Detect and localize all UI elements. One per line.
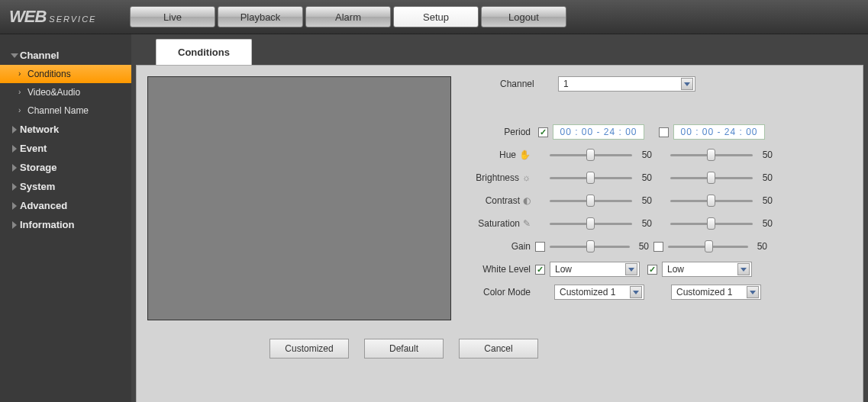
- chevron-right-icon: ›: [18, 72, 23, 76]
- brightness-label: Brightness: [476, 172, 519, 183]
- button-row: Customized Default Cancel: [269, 339, 852, 359]
- hue-a-value: 50: [635, 150, 652, 160]
- gain-a-checkbox[interactable]: [535, 242, 545, 252]
- brightness-a-value: 50: [635, 172, 652, 183]
- channel-value: 1: [563, 79, 569, 89]
- whitelevel-b-checkbox[interactable]: [647, 265, 657, 275]
- nav-alarm[interactable]: Alarm: [305, 6, 391, 27]
- brightness-a-slider[interactable]: [550, 171, 632, 185]
- whitelevel-a-checkbox[interactable]: [535, 265, 545, 275]
- hue-icon: ✋: [519, 150, 531, 160]
- saturation-b-slider[interactable]: [670, 217, 753, 230]
- channel-select[interactable]: 1: [558, 76, 695, 92]
- chevron-down-icon: [630, 286, 642, 298]
- side-group-advanced[interactable]: Advanced: [0, 196, 131, 215]
- chevron-right-icon: ›: [18, 108, 23, 113]
- cancel-button[interactable]: Cancel: [459, 339, 538, 359]
- tab-row: Conditions: [136, 39, 863, 65]
- period-b-checkbox[interactable]: [659, 127, 669, 137]
- default-button[interactable]: Default: [364, 339, 444, 359]
- contrast-icon: ◐: [523, 195, 531, 206]
- period-b-input[interactable]: 00 : 00 - 24 : 00: [673, 124, 765, 140]
- header: WEBSERVICE LivePlaybackAlarmSetupLogout: [0, 0, 868, 34]
- side-group-label: Advanced: [20, 200, 67, 211]
- side-group-label: Information: [20, 219, 75, 230]
- period-a-input[interactable]: 00 : 00 - 24 : 00: [553, 124, 644, 140]
- brightness-b-value: 50: [756, 172, 773, 183]
- gain-a-slider[interactable]: [550, 240, 630, 253]
- gain-b-slider[interactable]: [668, 240, 748, 253]
- nav-live[interactable]: Live: [130, 6, 215, 27]
- chevron-down-icon: [737, 263, 750, 275]
- saturation-a-slider[interactable]: [550, 217, 632, 230]
- top-nav: LivePlaybackAlarmSetupLogout: [130, 6, 569, 27]
- nav-logout[interactable]: Logout: [481, 6, 566, 27]
- side-group-label: System: [20, 181, 55, 192]
- contrast-a-value: 50: [635, 195, 652, 206]
- side-group-label: Storage: [20, 162, 56, 173]
- nav-setup[interactable]: Setup: [393, 6, 479, 27]
- period-label: Period: [468, 127, 531, 137]
- main: Conditions Channel 1 Period: [131, 34, 868, 402]
- side-group-system[interactable]: System: [0, 177, 131, 196]
- whitelevel-a-value: Low: [555, 264, 572, 275]
- side-sub-label: Channel Name: [27, 105, 89, 116]
- brightness-b-slider[interactable]: [670, 171, 753, 185]
- gain-b-checkbox[interactable]: [653, 242, 663, 252]
- colormode-b-value: Customized 1: [676, 287, 732, 297]
- period-a-checkbox[interactable]: [538, 127, 548, 137]
- hue-b-value: 50: [756, 150, 773, 160]
- side-sub-label: Video&Audio: [27, 87, 80, 98]
- saturation-label: Saturation: [478, 218, 520, 229]
- whitelevel-label: White Level: [482, 264, 531, 275]
- colormode-label: Color Mode: [483, 287, 531, 297]
- side-group-label: Event: [20, 143, 47, 154]
- triangle-icon: [11, 53, 18, 58]
- triangle-icon: [12, 164, 17, 172]
- contrast-b-slider[interactable]: [670, 194, 753, 207]
- hue-label: Hue: [499, 150, 516, 160]
- brightness-row: Brightness☼5050: [468, 166, 852, 189]
- saturation-icon: ✎: [523, 218, 531, 229]
- colormode-b-select[interactable]: Customized 1: [671, 285, 761, 300]
- side-group-channel[interactable]: Channel: [0, 46, 131, 65]
- side-group-storage[interactable]: Storage: [0, 158, 131, 177]
- customized-button[interactable]: Customized: [269, 339, 349, 359]
- logo-service: SERVICE: [49, 14, 96, 24]
- channel-label: Channel: [500, 79, 558, 89]
- whitelevel-b-select[interactable]: Low: [662, 262, 752, 277]
- contrast-label: Contrast: [486, 195, 520, 206]
- video-preview: [147, 76, 451, 320]
- tab-conditions[interactable]: Conditions: [156, 39, 252, 65]
- chevron-right-icon: ›: [18, 90, 23, 95]
- side-sub-channel-name[interactable]: ›Channel Name: [0, 101, 131, 120]
- contrast-a-slider[interactable]: [550, 194, 632, 207]
- triangle-icon: [12, 145, 17, 153]
- saturation-row: Saturation✎5050: [468, 212, 852, 235]
- whitelevel-a-select[interactable]: Low: [550, 262, 640, 277]
- panel: Channel 1 Period 00 : 00 - 24 : 00: [136, 65, 863, 402]
- triangle-icon: [12, 202, 17, 210]
- hue-a-slider[interactable]: [550, 148, 632, 162]
- saturation-b-value: 50: [756, 218, 773, 229]
- hue-row: Hue✋5050: [468, 143, 852, 166]
- nav-playback[interactable]: Playback: [218, 6, 303, 27]
- side-sub-label: Conditions: [27, 69, 71, 79]
- side-group-information[interactable]: Information: [0, 215, 131, 234]
- side-group-label: Channel: [20, 50, 59, 61]
- side-group-event[interactable]: Event: [0, 139, 131, 158]
- settings: Channel 1 Period 00 : 00 - 24 : 00: [468, 76, 852, 320]
- side-sub-conditions[interactable]: ›Conditions: [0, 65, 131, 83]
- gain-b-value: 50: [751, 241, 767, 252]
- saturation-a-value: 50: [635, 218, 652, 229]
- hue-b-slider[interactable]: [670, 148, 753, 162]
- side-group-label: Network: [20, 124, 59, 135]
- whitelevel-b-value: Low: [667, 264, 684, 275]
- colormode-a-select[interactable]: Customized 1: [554, 285, 644, 300]
- gain-label: Gain: [511, 241, 531, 252]
- brightness-icon: ☼: [522, 172, 531, 183]
- side-group-network[interactable]: Network: [0, 120, 131, 139]
- triangle-icon: [12, 183, 17, 191]
- gain-a-value: 50: [633, 241, 649, 252]
- side-sub-video-audio[interactable]: ›Video&Audio: [0, 83, 131, 101]
